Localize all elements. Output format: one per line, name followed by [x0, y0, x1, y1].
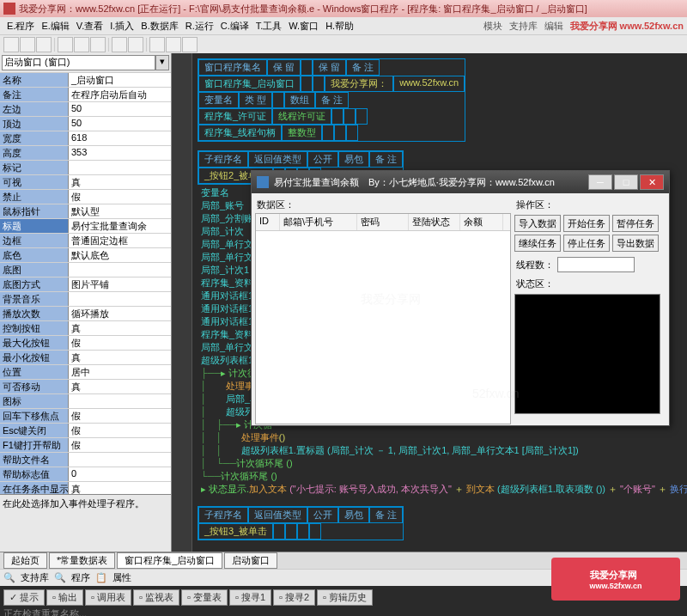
- tb-new[interactable]: [3, 37, 19, 52]
- property-row[interactable]: 最大化按钮假: [0, 336, 171, 351]
- hint-tab[interactable]: ▫ 变量表: [181, 589, 228, 606]
- property-row[interactable]: 备注在程序启动后自动: [0, 88, 171, 102]
- op-button[interactable]: 停止任务: [563, 235, 610, 252]
- property-row[interactable]: 底图: [0, 263, 171, 278]
- data-listview[interactable]: ID 邮箱\手机号 密码 登陆状态 余额: [255, 213, 511, 424]
- hint-tab[interactable]: ▫ 搜寻2: [273, 589, 315, 606]
- minimize-button[interactable]: ─: [588, 174, 612, 190]
- sub-table-3: 子程序名返回值类型公开易包备 注 _按钮3_被单击: [198, 506, 404, 540]
- property-row[interactable]: F1键打开帮助假: [0, 438, 171, 453]
- tb-redo[interactable]: [128, 37, 143, 52]
- col-id[interactable]: ID: [256, 214, 280, 230]
- col-password[interactable]: 密码: [357, 214, 409, 230]
- tb-paste[interactable]: [90, 37, 106, 52]
- property-row[interactable]: 回车下移焦点假: [0, 409, 171, 424]
- tb-copy[interactable]: [74, 37, 89, 52]
- property-grid[interactable]: 名称_启动窗口备注在程序启动后自动左边50顶边50宽度618高度353标记可视真…: [0, 73, 171, 494]
- property-row[interactable]: 位置居中: [0, 365, 171, 380]
- property-row[interactable]: 底图方式图片平铺: [0, 278, 171, 292]
- menu-item[interactable]: E.编辑: [38, 20, 72, 32]
- col-balance[interactable]: 余额: [460, 214, 503, 230]
- property-row[interactable]: 左边50: [0, 102, 171, 117]
- property-row[interactable]: 名称_启动窗口: [0, 73, 171, 88]
- tb-step[interactable]: [182, 37, 198, 52]
- op-button[interactable]: 开始任务: [563, 215, 610, 232]
- property-row[interactable]: 标题易付宝批量查询余: [0, 219, 171, 234]
- menu-edit2[interactable]: 编辑: [544, 20, 563, 33]
- col-account[interactable]: 邮箱\手机号: [280, 214, 357, 230]
- dialog-title: 易付宝批量查询余额 By：小七烤地瓜·我爱分享网：www.52fxw.cn: [274, 176, 555, 189]
- property-row[interactable]: 可否移动真: [0, 380, 171, 394]
- tb-cut[interactable]: [58, 37, 73, 52]
- close-button[interactable]: ✕: [640, 174, 664, 190]
- menu-item[interactable]: R.运行: [182, 20, 217, 32]
- property-row[interactable]: 禁止假: [0, 190, 171, 204]
- properties-panel: 启动窗口 (窗口) ▾ 名称_启动窗口备注在程序启动后自动左边50顶边50宽度6…: [0, 53, 172, 552]
- gutter: [172, 53, 192, 552]
- property-row[interactable]: 图标: [0, 394, 171, 409]
- menu-item[interactable]: V.查看: [73, 20, 106, 32]
- tab-window[interactable]: 启动窗口: [224, 552, 277, 569]
- tb-open[interactable]: [20, 37, 35, 52]
- tb-stop[interactable]: [166, 37, 181, 52]
- op-button[interactable]: 导出数据: [612, 235, 659, 252]
- property-row[interactable]: 底色默认底色: [0, 248, 171, 263]
- hint-tab[interactable]: ▫ 剪辑历史: [317, 589, 373, 606]
- property-row[interactable]: 顶边50: [0, 117, 171, 131]
- search-prop[interactable]: 属性: [112, 571, 131, 584]
- property-row[interactable]: 标记: [0, 161, 171, 175]
- op-button[interactable]: 继续任务: [514, 235, 561, 252]
- menu-item[interactable]: W.窗口: [285, 20, 322, 32]
- search-lib[interactable]: 支持库: [21, 571, 49, 584]
- combo-dropdown[interactable]: ▾: [155, 55, 169, 70]
- dialog-title-bar[interactable]: 易付宝批量查询余额 By：小七烤地瓜·我爱分享网：www.52fxw.cn ─ …: [252, 171, 669, 193]
- tb-undo[interactable]: [112, 37, 127, 52]
- hint-tab[interactable]: ▫ 监视表: [133, 589, 179, 606]
- menu-item[interactable]: I.插入: [106, 20, 137, 32]
- menu-item[interactable]: E.程序: [3, 20, 38, 32]
- property-row[interactable]: 鼠标指针默认型: [0, 204, 171, 219]
- op-button[interactable]: 暂停任务: [612, 215, 659, 232]
- dialog-icon: [257, 176, 269, 188]
- hint-tab[interactable]: ▫ 输出: [46, 589, 83, 606]
- tab-const[interactable]: *常量数据表: [49, 552, 115, 569]
- object-combo[interactable]: 启动窗口 (窗口): [2, 55, 155, 70]
- property-row[interactable]: Esc键关闭假: [0, 424, 171, 438]
- menu-support[interactable]: 支持库: [509, 20, 538, 33]
- tb-save[interactable]: [36, 37, 52, 52]
- hint-tab[interactable]: ▫ 搜寻1: [229, 589, 271, 606]
- property-hint: 在此处选择加入事件处理子程序。: [0, 494, 171, 520]
- thread-label: 线程数：: [516, 259, 554, 271]
- status-area-label: 状态区：: [514, 276, 666, 292]
- op-button[interactable]: 导入数据: [514, 215, 561, 232]
- menu-item[interactable]: C.编译: [217, 20, 252, 32]
- tab-start[interactable]: 起始页: [3, 552, 47, 569]
- hint-tab[interactable]: ▫ 调用表: [85, 589, 131, 606]
- property-row[interactable]: 控制按钮真: [0, 321, 171, 336]
- property-row[interactable]: 帮助文件名: [0, 453, 171, 467]
- output-line: 正在检查重复名称...: [3, 607, 684, 616]
- property-row[interactable]: 在任务条中显示真: [0, 482, 171, 494]
- maximize-button[interactable]: □: [614, 174, 638, 190]
- property-row[interactable]: 背景音乐: [0, 292, 171, 307]
- property-row[interactable]: 宽度618: [0, 131, 171, 146]
- property-row[interactable]: 帮助标志值0: [0, 467, 171, 482]
- tab-module[interactable]: 窗口程序集_启动窗口: [117, 552, 222, 569]
- menu-module[interactable]: 模块: [483, 20, 502, 33]
- property-row[interactable]: 可视真: [0, 175, 171, 190]
- thread-input[interactable]: [557, 257, 635, 272]
- menu-item[interactable]: H.帮助: [322, 20, 357, 32]
- title-bar: 我爱分享网：www.52fxw.cn [正在运行] - F:\官网\易支付批量查…: [0, 0, 687, 17]
- menu-item[interactable]: T.工具: [252, 20, 286, 32]
- op-area-label: 操作区：: [514, 197, 666, 213]
- col-status[interactable]: 登陆状态: [409, 214, 460, 230]
- menu-item[interactable]: B.数据库: [137, 20, 181, 32]
- hint-tab[interactable]: ✓ 提示: [3, 589, 45, 606]
- property-row[interactable]: 边框普通固定边框: [0, 234, 171, 248]
- property-row[interactable]: 播放次数循环播放: [0, 307, 171, 321]
- search-prog[interactable]: 程序: [71, 571, 90, 584]
- property-row[interactable]: 最小化按钮真: [0, 351, 171, 365]
- property-row[interactable]: 高度353: [0, 146, 171, 161]
- tb-run[interactable]: [149, 37, 165, 52]
- logo-badge: 我爱分享网 www.52fxw.cn: [551, 558, 680, 601]
